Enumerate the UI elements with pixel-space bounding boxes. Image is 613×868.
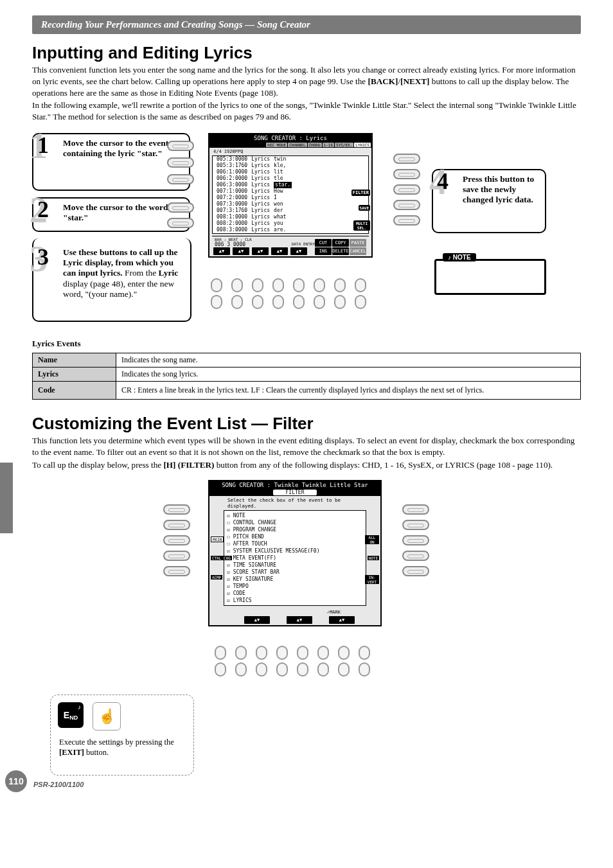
fbtn-8-down[interactable] <box>359 662 370 677</box>
left-button-c[interactable] <box>163 535 190 545</box>
btn-7-up[interactable] <box>334 278 346 292</box>
section-2-title: Customizing the Event List — Filter <box>32 414 581 434</box>
clk-arrows[interactable]: ▲▼ <box>252 247 269 255</box>
right-button-j2[interactable] <box>402 566 429 576</box>
check-control-change[interactable]: ☐ CONTROL CHANGE <box>224 519 366 526</box>
fbtn-5-down[interactable] <box>297 662 308 677</box>
check-code[interactable]: ☑ CODE <box>224 590 366 597</box>
check-meta-event[interactable]: ☑ META EVENT(FF) <box>224 554 366 562</box>
tab-chord[interactable]: CHORD <box>308 143 322 147</box>
btn-8-down[interactable] <box>355 295 366 309</box>
acmp-label[interactable]: ACMP <box>211 575 222 580</box>
check-after-touch[interactable]: ☐ AFTER TOUCH <box>224 540 366 547</box>
data-entry-label: DATA ENTRY <box>292 242 315 246</box>
fbtn-1-down[interactable] <box>215 662 226 677</box>
check-program-change[interactable]: ☑ PROGRAM CHANGE <box>224 526 366 533</box>
cancel-button[interactable]: CANCEL <box>350 247 366 255</box>
right-button-j[interactable] <box>393 215 420 226</box>
check-key-sig[interactable]: ☑ KEY SIGNATURE <box>224 576 366 583</box>
left-button-d[interactable] <box>163 551 190 561</box>
tab-recmode[interactable]: REC MODE <box>266 143 287 147</box>
fbtn-8-up[interactable] <box>359 646 370 660</box>
fbtn-2-down[interactable] <box>235 662 247 677</box>
paste-button[interactable]: PASTE <box>350 239 366 247</box>
filter-label[interactable]: FILTER <box>351 190 370 196</box>
allon-label[interactable]: ALL ON <box>365 535 379 544</box>
step2-button-a[interactable] <box>167 202 194 213</box>
fbtn-3-up[interactable] <box>256 646 267 660</box>
lyrics-screen: SONG CREATOR : Lyrics REC MODE CHANNEL C… <box>208 133 373 258</box>
check-lyrics[interactable]: ☑ LYRICS <box>224 597 366 604</box>
fbtn-1-up[interactable] <box>215 646 226 660</box>
tab-sysex[interactable]: SYS/EX. <box>335 143 353 147</box>
ctrlchg-label[interactable]: CTRL CHG <box>211 556 232 560</box>
tab-lyrics[interactable]: LYRICS <box>354 143 371 147</box>
fbtn-4-up[interactable] <box>276 646 288 660</box>
fbtn-3-down[interactable] <box>256 662 267 677</box>
right-button-f[interactable] <box>393 154 420 164</box>
bar-arrows[interactable]: ▲▼ <box>213 247 230 255</box>
btn-2-up[interactable] <box>231 278 243 292</box>
step2-button-b[interactable] <box>167 218 194 228</box>
beat-arrows[interactable]: ▲▼ <box>233 247 249 255</box>
fbtn-7-down[interactable] <box>338 662 350 677</box>
fbtn-2-up[interactable] <box>235 646 247 660</box>
btn-8-up[interactable] <box>355 278 366 292</box>
multisel-label[interactable]: MULTI SEL. <box>353 220 370 231</box>
right-button-i[interactable] <box>393 200 420 210</box>
step1-button-c[interactable] <box>167 174 194 184</box>
btn-5-up[interactable] <box>293 278 305 292</box>
btn-7-down[interactable] <box>334 295 346 309</box>
step1-button-b[interactable] <box>167 157 194 168</box>
delete-button[interactable]: DELETE <box>332 247 349 255</box>
save-label[interactable]: SAVE <box>359 205 370 211</box>
left-button-a[interactable] <box>163 504 190 515</box>
filter-arrows-1[interactable]: ▲▼ <box>244 616 270 624</box>
check-tempo[interactable]: ☑ TEMPO <box>224 583 366 590</box>
btn-5-down[interactable] <box>293 295 305 309</box>
filter-arrows-2[interactable]: ▲▼ <box>287 616 312 624</box>
filter-arrows-3[interactable]: ▲▼ <box>329 616 355 624</box>
fbtn-5-up[interactable] <box>297 646 308 660</box>
cut-button[interactable]: CUT <box>315 239 332 247</box>
btn-1-down[interactable] <box>211 295 222 309</box>
right-button-g[interactable] <box>393 169 420 179</box>
right-button-h2[interactable] <box>402 535 429 545</box>
tab-1-16[interactable]: 1-16 <box>323 143 334 147</box>
copy-button[interactable]: COPY <box>332 239 349 247</box>
table-row: CodeCR : Enters a line break in the lyri… <box>33 382 581 400</box>
right-button-h[interactable] <box>393 184 420 195</box>
check-score-start[interactable]: ☑ SCORE START BAR <box>224 569 366 576</box>
data-entry-arrows-1[interactable]: ▲▼ <box>271 247 288 255</box>
btn-6-up[interactable] <box>314 278 325 292</box>
btn-4-up[interactable] <box>272 278 284 292</box>
right-button-i2[interactable] <box>402 551 429 561</box>
step1-button-a[interactable] <box>167 141 194 151</box>
btn-3-down[interactable] <box>252 295 263 309</box>
main-label[interactable]: MAIN <box>211 536 224 542</box>
fbtn-4-down[interactable] <box>276 662 288 677</box>
left-button-b[interactable] <box>163 520 190 530</box>
data-entry-arrows-2[interactable]: ▲▼ <box>290 247 307 255</box>
btn-3-up[interactable] <box>252 278 263 292</box>
ins-button[interactable]: INS <box>315 247 332 255</box>
fbtn-6-down[interactable] <box>317 662 329 677</box>
check-note[interactable]: ☑ NOTE <box>224 512 366 519</box>
right-button-g2[interactable] <box>402 520 429 530</box>
invert-label[interactable]: IN-VERT <box>365 575 379 584</box>
left-button-e[interactable] <box>163 566 190 576</box>
right-button-f2[interactable] <box>402 504 429 515</box>
btn-4-down[interactable] <box>272 295 284 309</box>
check-sysex[interactable]: ☑ SYSTEM EXCLUSIVE MESSAGE(F0) <box>224 547 366 554</box>
btn-6-down[interactable] <box>314 295 325 309</box>
tab-channel[interactable]: CHANNEL <box>288 143 306 147</box>
fbtn-7-up[interactable] <box>338 646 350 660</box>
note-side-label[interactable]: NOTE <box>368 556 379 560</box>
bottom-button-row <box>209 278 368 309</box>
btn-1-up[interactable] <box>211 278 222 292</box>
fbtn-6-up[interactable] <box>317 646 329 660</box>
check-time-sig[interactable]: ☑ TIME SIGNATURE <box>224 562 366 569</box>
btn-2-down[interactable] <box>231 295 243 309</box>
check-pitch-bend[interactable]: ☐ PITCH BEND <box>224 533 366 540</box>
step-3-box: 3 3 Use these buttons to call up the Lyr… <box>32 238 191 322</box>
